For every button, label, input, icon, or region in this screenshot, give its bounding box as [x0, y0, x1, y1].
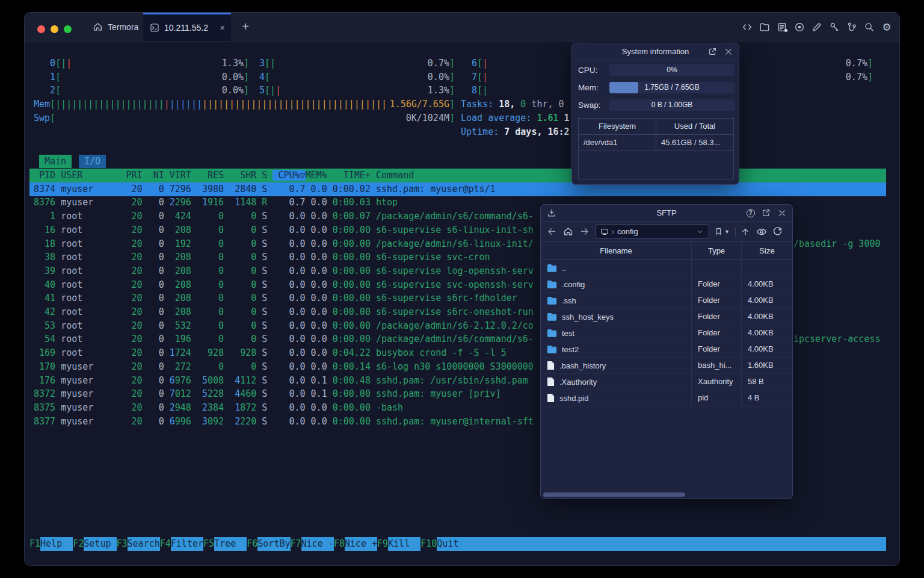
folder-icon [547, 345, 557, 353]
file-type: Folder [691, 325, 741, 341]
file-size: 4.00KB [741, 293, 792, 308]
file-list: ...configFolder4.00KB.sshFolder4.00KBssh… [541, 260, 792, 406]
htop-tab-main[interactable]: Main [39, 155, 72, 168]
file-size [741, 260, 792, 276]
file-row-sshd-pid[interactable]: sshd.pidpid4 B [541, 390, 792, 406]
meter-label: CPU: [578, 64, 597, 76]
folder-icon [547, 264, 557, 272]
file-row-test2[interactable]: test2Folder4.00KB [541, 341, 792, 358]
filesystem-table: FilesystemUsed / Total/dev/vda145.61GB /… [578, 118, 734, 179]
bookmark-icon[interactable]: ▼ [714, 227, 730, 236]
back-icon[interactable] [546, 226, 557, 237]
title-bar: Termora 10.211.55.2 × + [25, 13, 899, 42]
keychain-icon[interactable] [846, 22, 857, 33]
cpu-meter-1: 1[0.0%] [34, 70, 249, 84]
folder-icon[interactable] [759, 22, 770, 33]
file-name: test [562, 329, 574, 338]
filesystem-table-header: FilesystemUsed / Total [579, 119, 733, 135]
fkey-key-f5: F5 [203, 537, 214, 551]
tab-termora[interactable]: Termora [85, 13, 146, 41]
file-type: bash_hi... [691, 358, 741, 373]
fkey-setup[interactable]: Setup [84, 537, 116, 551]
fkey-filter[interactable]: Filter [171, 537, 203, 551]
file-name: .Xauthority [559, 378, 597, 387]
meter-bar: 1.75GB / 7.65GB [609, 82, 735, 93]
fkey-nice-[interactable]: Nice - [301, 537, 334, 551]
fkey-key-f7: F7 [291, 537, 301, 551]
process-row-8374[interactable]: 8374 myuser 20 0 7296 3980 2840 S 0.7 0.… [29, 182, 886, 196]
process-table-header[interactable]: PID USER PRI NI VIRT RES SHR S CPU%▽MEM%… [29, 169, 886, 182]
close-window-button[interactable] [37, 25, 45, 33]
column-size[interactable]: Size [741, 242, 792, 259]
app-window: Termora 10.211.55.2 × + [24, 12, 900, 566]
file-row-ssh-host-keys[interactable]: ssh_host_keysFolder4.00KB [541, 309, 792, 325]
refresh-icon[interactable] [772, 226, 783, 237]
meter-value: 1.75GB / 7.65GB [609, 82, 735, 93]
filesystem-row[interactable]: /dev/vda145.61GB / 58.3... [579, 135, 733, 151]
column-type[interactable]: Type [691, 242, 741, 259]
fkey-tree[interactable]: Tree [214, 537, 247, 551]
horizontal-scrollbar[interactable] [543, 493, 685, 497]
meter-value: 0% [609, 64, 735, 76]
record-icon[interactable] [794, 22, 805, 33]
file-name: test2 [562, 345, 579, 354]
htop-function-bar: F1Help F2Setup F3SearchF4FilterF5Tree F6… [29, 537, 886, 551]
file-row--Xauthority[interactable]: .XauthorityXauthority58 B [541, 374, 792, 390]
fkey-kill[interactable]: Kill [388, 537, 420, 551]
open-in-window-icon[interactable] [707, 46, 718, 57]
search-icon[interactable] [864, 22, 875, 33]
tab-close-icon[interactable]: × [220, 23, 225, 32]
breadcrumb-path: config [617, 227, 638, 236]
htop-tab-i-o[interactable]: I/O [79, 155, 106, 168]
sftp-panel: SFTP ? › config [540, 204, 793, 499]
tab-session[interactable]: 10.211.55.2 × [143, 13, 231, 41]
terminal-icon [149, 22, 160, 33]
close-icon[interactable] [777, 208, 787, 218]
fkey-nice-[interactable]: Nice + [345, 537, 377, 551]
file-type: Xauthority [691, 374, 741, 390]
file-row--bash-history[interactable]: .bash_historybash_hi...1.60KB [541, 358, 792, 374]
show-hidden-icon[interactable] [756, 226, 767, 237]
home-icon[interactable] [562, 226, 573, 237]
function-bar-fill [470, 537, 886, 551]
file-row-test[interactable]: testFolder4.00KB [541, 325, 792, 341]
key-icon[interactable] [829, 22, 840, 33]
close-icon[interactable] [723, 46, 733, 57]
file-row--ssh[interactable]: .sshFolder4.00KB [541, 293, 792, 309]
meter-value: 0 B / 1.00GB [609, 99, 735, 111]
file-row--config[interactable]: .configFolder4.00KB [541, 276, 792, 293]
transfers-download-icon[interactable] [546, 208, 556, 218]
file-icon [547, 377, 555, 387]
new-tab-button[interactable]: + [238, 20, 253, 34]
file-name: .. [562, 264, 566, 273]
file-icon [547, 393, 555, 403]
column-filename[interactable]: Filename [541, 242, 691, 259]
file-size: 4.00KB [741, 341, 792, 357]
edit-icon[interactable] [812, 22, 822, 33]
code-icon[interactable] [742, 22, 753, 33]
fkey-help[interactable]: Help [40, 537, 73, 551]
cpu-meter-5: 5[||1.3%] [259, 84, 455, 98]
command-overflow-1: ipcserver-access [793, 332, 881, 346]
parent-directory-icon[interactable] [740, 226, 751, 237]
file-name: .ssh [562, 296, 576, 305]
file-name: sshd.pid [559, 394, 588, 403]
zoom-window-button[interactable] [64, 25, 72, 33]
help-icon[interactable]: ? [745, 208, 756, 218]
fkey-search[interactable]: Search [128, 537, 160, 551]
file-size: 4 B [741, 390, 792, 406]
minimize-window-button[interactable] [51, 25, 58, 33]
file-size: 4.00KB [741, 325, 792, 341]
path-breadcrumb[interactable]: › config [595, 224, 709, 239]
settings-icon[interactable]: ⚙ [881, 22, 892, 33]
sftp-toolbar: › config ▼ [541, 222, 792, 242]
snippets-icon[interactable] [777, 22, 787, 33]
file-row--[interactable]: .. [541, 260, 792, 276]
forward-icon[interactable] [579, 226, 590, 237]
fkey-sortby[interactable]: SortBy [257, 537, 290, 551]
folder-icon [547, 312, 557, 321]
sysinfo-meter-mem: Mem:1.75GB / 7.65GB [572, 82, 740, 94]
open-in-window-icon[interactable] [761, 208, 771, 218]
fkey-quit[interactable]: Quit [437, 537, 469, 551]
titlebar-toolbar: ⚙ [742, 13, 892, 41]
